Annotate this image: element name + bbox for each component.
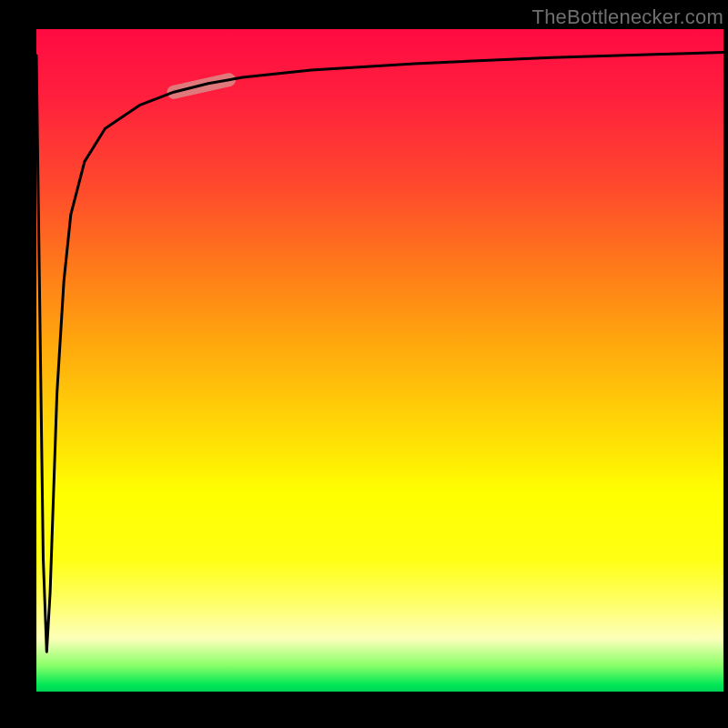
watermark-text: TheBottlenecker.com	[532, 5, 723, 29]
chart-container: TheBottlenecker.com	[0, 0, 728, 728]
plot-area	[36, 29, 723, 692]
